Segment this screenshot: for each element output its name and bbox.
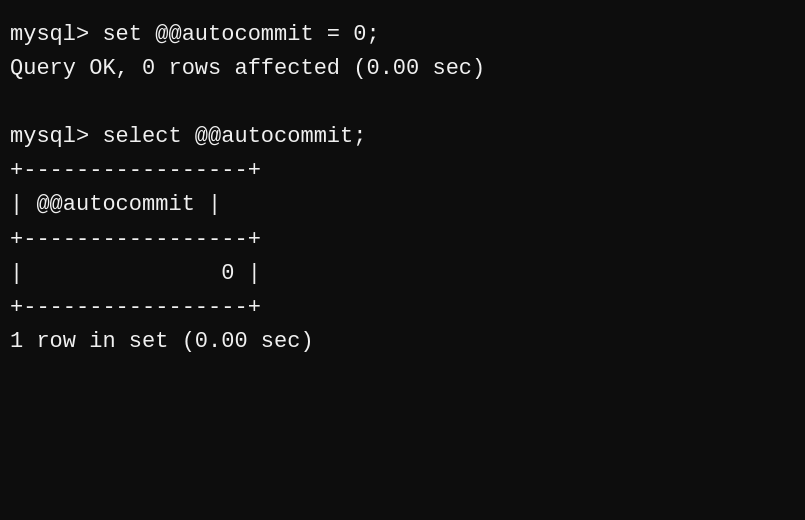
- terminal-window[interactable]: mysql> set @@autocommit = 0; Query OK, 0…: [10, 18, 795, 510]
- terminal-line-6: | @@autocommit |: [10, 188, 795, 222]
- terminal-line-9: +-----------------+: [10, 291, 795, 325]
- terminal-line-1: mysql> set @@autocommit = 0;: [10, 18, 795, 52]
- terminal-line-3: [10, 86, 795, 120]
- terminal-line-7: +-----------------+: [10, 223, 795, 257]
- terminal-line-8: | 0 |: [10, 257, 795, 291]
- terminal-line-5: +-----------------+: [10, 154, 795, 188]
- terminal-line-2: Query OK, 0 rows affected (0.00 sec): [10, 52, 795, 86]
- terminal-line-4: mysql> select @@autocommit;: [10, 120, 795, 154]
- terminal-line-10: 1 row in set (0.00 sec): [10, 325, 795, 359]
